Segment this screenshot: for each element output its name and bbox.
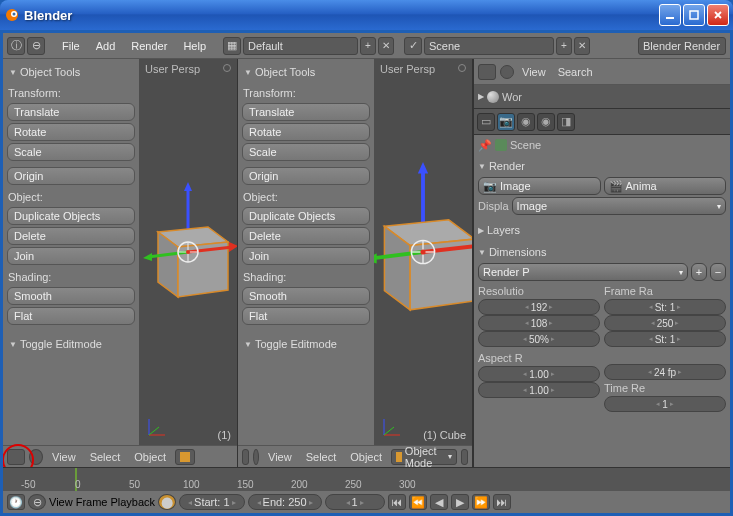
menu-file[interactable]: File [55, 37, 87, 55]
object-tools-header[interactable]: Object Tools [242, 63, 370, 81]
select-menu[interactable]: Select [301, 451, 342, 463]
frame-start-field[interactable]: St: 1 [604, 299, 726, 315]
layout-dropdown[interactable]: Default [243, 37, 358, 55]
aspect-x-field[interactable]: 1.00 [478, 366, 600, 382]
res-pct-field[interactable]: 50% [478, 331, 600, 347]
timeline-editor-icon[interactable]: 🕐 [7, 494, 25, 510]
menu-add[interactable]: Add [89, 37, 123, 55]
menu-help[interactable]: Help [176, 37, 213, 55]
tab-object[interactable]: ◉ [537, 113, 555, 131]
editor-type-icon[interactable]: ⓘ [7, 37, 25, 55]
next-key-button[interactable]: ⏩ [472, 494, 490, 510]
select-menu[interactable]: Select [85, 451, 126, 463]
maximize-button[interactable] [683, 4, 705, 26]
view-menu[interactable]: View [47, 451, 81, 463]
tab-render[interactable]: ▭ [477, 113, 495, 131]
mode-dropdown[interactable] [175, 449, 195, 465]
object-menu[interactable]: Object [345, 451, 387, 463]
origin-button[interactable]: Origin [242, 167, 370, 185]
view-menu[interactable]: View [263, 451, 297, 463]
layers-section-header[interactable]: Layers [478, 221, 726, 239]
cube-object[interactable] [139, 182, 237, 322]
editor-type-selector[interactable] [7, 449, 25, 465]
delete-button[interactable]: Delete [7, 227, 135, 245]
collapse-icon[interactable] [500, 65, 514, 79]
editor-type-selector[interactable] [242, 449, 249, 465]
mode-dropdown[interactable]: Object Mode▾ [391, 449, 457, 465]
duplicate-button[interactable]: Duplicate Objects [7, 207, 135, 225]
smooth-button[interactable]: Smooth [242, 287, 370, 305]
collapse-menu-icon[interactable]: ⊖ [27, 37, 45, 55]
delete-button[interactable]: Delete [242, 227, 370, 245]
close-button[interactable] [707, 4, 729, 26]
engine-dropdown[interactable]: Blender Render [638, 37, 726, 55]
jump-start-button[interactable]: ⏮ [388, 494, 406, 510]
prev-key-button[interactable]: ⏪ [409, 494, 427, 510]
render-section-header[interactable]: Render [478, 157, 726, 175]
res-y-field[interactable]: 108 [478, 315, 600, 331]
display-dropdown[interactable]: Image▾ [512, 197, 726, 215]
timeline-track[interactable]: -50 0 50 100 150 200 250 300 [3, 468, 730, 491]
smooth-button[interactable]: Smooth [7, 287, 135, 305]
translate-button[interactable]: Translate [242, 103, 370, 121]
minimize-button[interactable] [659, 4, 681, 26]
cube-object[interactable] [374, 162, 472, 342]
scene-dropdown[interactable]: Scene [424, 37, 554, 55]
scene-del-button[interactable]: ✕ [574, 37, 590, 55]
duplicate-button[interactable]: Duplicate Objects [242, 207, 370, 225]
object-menu[interactable]: Object [129, 451, 171, 463]
tab-world[interactable]: ◉ [517, 113, 535, 131]
outliner-row[interactable]: ▶Wor [474, 85, 730, 109]
outliner-editor-icon[interactable] [478, 64, 496, 80]
toggle-editmode-header[interactable]: Toggle Editmode [7, 335, 135, 353]
menu-render[interactable]: Render [124, 37, 174, 55]
layout-del-button[interactable]: ✕ [378, 37, 394, 55]
outliner-search-menu[interactable]: Search [554, 66, 597, 78]
layout-browse-icon[interactable]: ▦ [223, 37, 241, 55]
tab-scene[interactable]: 📷 [497, 113, 515, 131]
scene-browse-icon[interactable]: ✓ [404, 37, 422, 55]
flat-button[interactable]: Flat [242, 307, 370, 325]
frame-end-field[interactable]: 250 [604, 315, 726, 331]
scene-add-button[interactable]: + [556, 37, 572, 55]
shading-solid-icon[interactable] [461, 449, 468, 465]
flat-button[interactable]: Flat [7, 307, 135, 325]
play-button[interactable]: ▶ [451, 494, 469, 510]
collapse-icon[interactable] [253, 449, 259, 465]
origin-button[interactable]: Origin [7, 167, 135, 185]
rotate-button[interactable]: Rotate [7, 123, 135, 141]
render-preset-dropdown[interactable]: Render P▾ [478, 263, 688, 281]
tl-view-menu[interactable]: View [49, 496, 73, 508]
jump-end-button[interactable]: ⏭ [493, 494, 511, 510]
play-rev-button[interactable]: ◀ [430, 494, 448, 510]
layout-add-button[interactable]: + [360, 37, 376, 55]
join-button[interactable]: Join [7, 247, 135, 265]
viewport-2[interactable]: User Persp [374, 59, 472, 445]
tab-material[interactable]: ◨ [557, 113, 575, 131]
pin-icon[interactable]: 📌 [478, 139, 492, 152]
record-button[interactable]: ⬤ [158, 494, 176, 510]
timere-field[interactable]: 1 [604, 396, 726, 412]
aspect-y-field[interactable]: 1.00 [478, 382, 600, 398]
collapse-icon[interactable] [29, 449, 43, 465]
render-image-button[interactable]: 📷Image [478, 177, 601, 195]
preset-add-button[interactable]: + [691, 263, 707, 281]
toggle-editmode-header[interactable]: Toggle Editmode [242, 335, 370, 353]
res-x-field[interactable]: 192 [478, 299, 600, 315]
join-button[interactable]: Join [242, 247, 370, 265]
translate-button[interactable]: Translate [7, 103, 135, 121]
end-frame-field[interactable]: End: 250 [248, 494, 322, 510]
object-tools-header[interactable]: Object Tools [7, 63, 135, 81]
tl-frame-menu[interactable]: Frame [76, 496, 108, 508]
frame-step-field[interactable]: St: 1 [604, 331, 726, 347]
scale-button[interactable]: Scale [242, 143, 370, 161]
collapse-icon[interactable]: ⊖ [28, 494, 46, 510]
current-frame-field[interactable]: 1 [325, 494, 385, 510]
tl-playback-menu[interactable]: Playback [110, 496, 155, 508]
preset-del-button[interactable]: − [710, 263, 726, 281]
outliner-view-menu[interactable]: View [518, 66, 550, 78]
rotate-button[interactable]: Rotate [242, 123, 370, 141]
render-anim-button[interactable]: 🎬Anima [604, 177, 727, 195]
scale-button[interactable]: Scale [7, 143, 135, 161]
dimensions-section-header[interactable]: Dimensions [478, 243, 726, 261]
